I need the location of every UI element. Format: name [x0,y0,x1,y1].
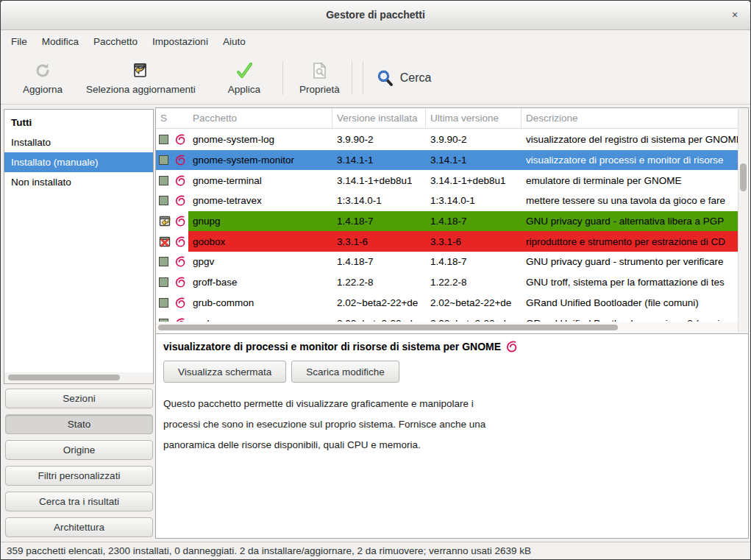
description-cell: visualizzatore del registro di sistema p… [522,130,738,150]
mark-upgrades-icon [131,61,150,80]
table-row[interactable]: goobox3.3.1-63.3.1-6riproduttore e strum… [156,231,738,252]
status-cell [156,231,172,252]
filter-mode-button[interactable]: Stato [5,414,153,434]
refresh-label: Aggiorna [23,84,63,95]
status-cell [156,313,172,322]
filter-mode-button[interactable]: Cerca tra i risultati [5,492,153,511]
package-name-cell: grub-common [188,293,332,313]
package-installed-icon [159,277,168,287]
apply-label: Applica [228,84,260,95]
properties-label: Proprietà [299,84,340,95]
installed-version-cell: 3.3.1-6 [332,231,426,252]
filter-mode-button[interactable]: Filtri personalizzati [5,466,153,486]
column-header-installed[interactable]: Versione installata [332,108,426,128]
description-cell: GNU privacy guard - alternativa libera a… [522,211,738,232]
package-name-cell: groff-base [188,272,332,293]
table-row[interactable]: grub-pc2.02~beta2-22+de2.02~beta2-22+deG… [156,313,738,322]
details-description-line: panoramica delle risorse disponibili, qu… [163,435,748,456]
details-buttons: Visualizza schermata Scarica modifiche [163,361,748,383]
scrollbar-thumb[interactable] [8,375,120,380]
column-header-package[interactable]: Pacchetto [188,108,332,128]
description-cell: GRand Unified Bootloader, versione 2 (ve… [522,313,738,322]
table-row[interactable]: gnome-system-log3.9.90-23.9.90-2visualiz… [156,130,738,150]
table-row[interactable]: gnupg1.4.18-71.4.18-7GNU privacy guard -… [156,211,738,232]
filter-item[interactable]: Non installato [4,172,153,192]
debian-swirl-icon [175,216,186,227]
mark-upgrades-button[interactable]: Seleziona aggiornamenti [79,55,203,101]
table-row[interactable]: gnome-tetravex1:3.14.0-11:3.14.0-1metter… [156,191,738,211]
origin-cell [172,313,188,322]
filter-item[interactable]: Installato (manuale) [4,152,153,172]
package-installed-icon [159,298,168,308]
table-row[interactable]: gnome-system-monitor3.14.1-13.14.1-1visu… [156,150,738,171]
package-installed-icon [159,319,168,322]
installed-version-cell: 1.22.2-8 [332,272,426,293]
refresh-button[interactable]: Aggiorna [15,55,70,101]
debian-swirl-icon [175,155,186,166]
filter-mode-button[interactable]: Architettura [5,517,153,537]
debian-swirl-icon [175,256,186,267]
table-vscrollbar[interactable] [738,109,747,333]
scrollbar-thumb[interactable] [740,163,747,191]
scrollbar-thumb[interactable] [158,325,618,330]
debian-swirl-icon [175,318,186,322]
filter-list-hscrollbar[interactable] [4,372,153,383]
close-icon[interactable]: × [728,8,741,21]
description-cell: GNU troff, sistema per la formattazione … [522,272,738,293]
download-changelog-button[interactable]: Scarica modifiche [291,361,399,383]
view-screenshot-button[interactable]: Visualizza schermata [163,361,286,383]
table-row[interactable]: groff-base1.22.2-81.22.2-8GNU troff, sis… [156,272,738,293]
latest-version-cell: 1.22.2-8 [426,272,522,293]
table-row[interactable]: grub-common2.02~beta2-22+de2.02~beta2-22… [156,293,738,313]
details-description: Questo pacchetto permette di visualizzar… [163,394,748,456]
package-name-cell: goobox [188,231,332,252]
toolbar-separator [352,61,352,95]
column-header-description[interactable]: Descrizione [522,108,738,128]
latest-version-cell: 1:3.14.0-1 [426,191,522,211]
package-installed-icon [159,135,168,144]
installed-version-cell: 1.4.18-7 [332,252,426,272]
table-row[interactable]: gnome-terminal3.14.1-1+deb8u13.14.1-1+de… [156,170,738,191]
latest-version-cell: 3.14.1-1+deb8u1 [426,170,522,191]
column-header-status[interactable]: S [156,108,172,128]
details-description-line: processi che sono in esecuzione sul prop… [163,414,748,435]
menu-modifica[interactable]: Modifica [35,32,86,51]
filter-item[interactable]: Installato [4,132,153,152]
apply-button[interactable]: Applica [221,55,268,101]
origin-cell [172,130,188,150]
table-row[interactable]: gpgv1.4.18-71.4.18-7GNU privacy guard - … [156,252,738,272]
package-table: gnome-system-log3.9.90-23.9.90-2visualiz… [156,130,738,322]
latest-version-cell: 2.02~beta2-22+de [426,293,522,313]
filter-mode-button[interactable]: Origine [5,440,153,460]
package-name-cell: gnupg [188,211,332,232]
details-title-text: visualizzatore di processi e monitor di … [163,341,501,352]
search-label: Cerca [400,71,432,85]
menu-impostazioni[interactable]: Impostazioni [145,32,216,51]
origin-cell [172,211,188,232]
status-cell [156,150,172,171]
package-name-cell: gpgv [188,252,332,272]
table-hscrollbar[interactable] [156,322,738,333]
installed-version-cell: 3.14.1-1 [332,150,426,171]
mark-upgrades-label: Seleziona aggiornamenti [86,84,196,95]
package-name-cell: gnome-terminal [188,170,332,191]
filter-mode-button[interactable]: Sezioni [5,389,153,408]
package-installed-icon [159,257,168,266]
latest-version-cell: 3.14.1-1 [426,150,522,171]
menu-pacchetto[interactable]: Pacchetto [86,32,145,51]
table-header: S Pacchetto Versione installata Ultima v… [156,108,738,129]
search-button[interactable]: Cerca [371,61,438,95]
column-header-latest[interactable]: Ultima versione [426,108,522,128]
properties-button[interactable]: Proprietà [292,55,347,101]
debian-swirl-icon [506,341,518,352]
menu-aiuto[interactable]: Aiuto [216,32,253,51]
package-installed-icon [159,176,168,185]
latest-version-cell: 2.02~beta2-22+de [426,313,522,322]
package-pane: S Pacchetto Versione installata Ultima v… [155,107,749,539]
menu-file[interactable]: File [4,32,35,51]
package-marked-remove-icon [159,235,171,248]
column-header-icon[interactable] [172,108,188,128]
toolbar-separator [363,61,363,95]
window-titlebar[interactable]: Gestore di pacchetti × [1,1,750,30]
filter-item[interactable]: Tutti [4,113,153,132]
